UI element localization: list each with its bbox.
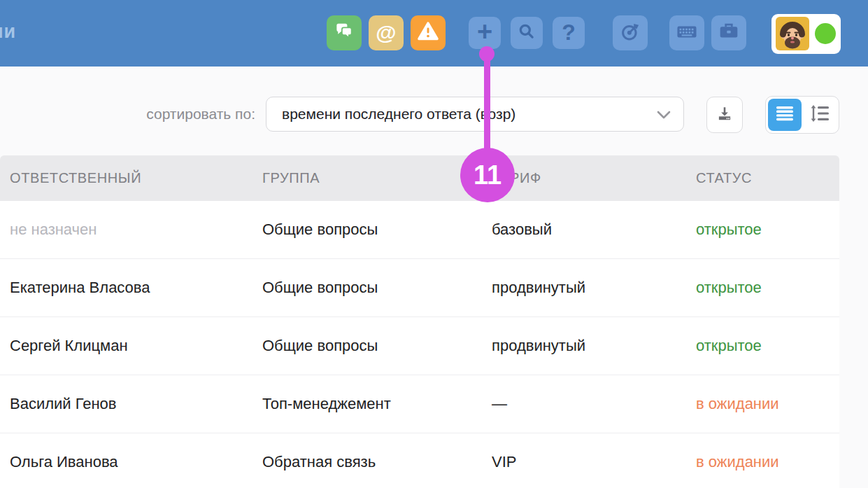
download-button[interactable] [706, 97, 743, 133]
status-badge: открытое [686, 279, 839, 297]
sort-by-label: сортировать по: [112, 106, 255, 123]
help-button[interactable]: ? [553, 17, 585, 49]
cell-group: Общие вопросы [252, 221, 482, 239]
chevron-down-icon [657, 106, 671, 123]
add-button[interactable]: + [469, 17, 501, 49]
cell-group: Обратная связь [252, 453, 482, 471]
mention-button[interactable]: @ [369, 15, 404, 50]
cell-tariff: продвинутый [482, 337, 686, 355]
app-header: ии @ + ? [0, 0, 868, 67]
tickets-table: ОТВЕТСТВЕННЫЙ ГРУППА ТАРИФ СТАТУС не наз… [0, 155, 839, 488]
annotation-step-badge: 11 [460, 148, 515, 202]
keyboard-icon [676, 20, 698, 46]
cell-tariff: продвинутый [482, 279, 686, 297]
sort-select[interactable]: времени последнего ответа (возр) [266, 97, 684, 132]
list-view-toggle[interactable] [768, 99, 802, 131]
table-header-row: ОТВЕТСТВЕННЫЙ ГРУППА ТАРИФ СТАТУС [0, 155, 839, 201]
cell-responsible: Екатерина Власова [0, 279, 252, 297]
nav-menu-item-partial[interactable]: ии [0, 21, 16, 43]
services-button[interactable] [711, 15, 746, 50]
cell-group: Топ-менеджемент [252, 395, 482, 413]
table-row[interactable]: не назначен Общие вопросы базовый открыт… [0, 201, 839, 259]
keyboard-button[interactable] [669, 15, 704, 50]
table-row[interactable]: Василий Генов Топ-менеджемент — в ожидан… [0, 375, 839, 433]
view-toggle-group [765, 96, 839, 134]
avatar [776, 17, 809, 53]
cell-responsible: Ольга Иванова [0, 453, 252, 471]
annotation-step-number: 11 [474, 160, 501, 190]
search-icon [518, 22, 536, 43]
search-button[interactable] [511, 17, 543, 49]
help-icon: ? [562, 21, 576, 43]
row-height-icon [810, 104, 830, 125]
briefcase-icon [718, 20, 740, 46]
chat-button[interactable] [327, 15, 362, 50]
alert-icon [417, 20, 439, 46]
table-row[interactable]: Сергей Клицман Общие вопросы продвинутый… [0, 317, 839, 375]
cell-group: Общие вопросы [252, 337, 482, 355]
cell-responsible: Василий Генов [0, 395, 252, 413]
row-height-toggle[interactable] [803, 99, 837, 131]
cell-responsible: Сергей Клицман [0, 337, 252, 355]
annotation-pointer-line [484, 53, 490, 153]
cell-group: Общие вопросы [252, 279, 482, 297]
status-badge: открытое [686, 221, 839, 239]
column-header-responsible: ОТВЕТСТВЕННЫЙ [0, 170, 252, 186]
goals-button[interactable] [613, 15, 648, 50]
status-badge: в ожидании [686, 395, 839, 413]
online-status-dot [815, 23, 836, 44]
mention-icon: @ [376, 22, 396, 43]
column-header-status: СТАТУС [686, 170, 839, 186]
column-header-group: ГРУППА [252, 170, 482, 186]
list-view-icon [776, 105, 794, 125]
table-row[interactable]: Ольга Иванова Обратная связь VIP в ожида… [0, 433, 839, 488]
cell-tariff: базовый [482, 221, 686, 239]
add-icon: + [477, 18, 492, 45]
cell-tariff: — [482, 395, 686, 413]
status-badge: открытое [686, 337, 839, 355]
cell-responsible: не назначен [0, 221, 252, 239]
chat-icon [334, 21, 355, 45]
table-row[interactable]: Екатерина Власова Общие вопросы продвину… [0, 259, 839, 317]
sort-select-value: времени последнего ответа (возр) [282, 106, 657, 123]
annotation-pointer-dot [479, 46, 495, 62]
cell-tariff: VIP [482, 453, 686, 471]
user-menu[interactable] [771, 14, 841, 54]
status-badge: в ожидании [686, 453, 839, 471]
target-icon [620, 21, 641, 45]
alert-button[interactable] [411, 15, 446, 50]
download-icon [716, 104, 734, 125]
